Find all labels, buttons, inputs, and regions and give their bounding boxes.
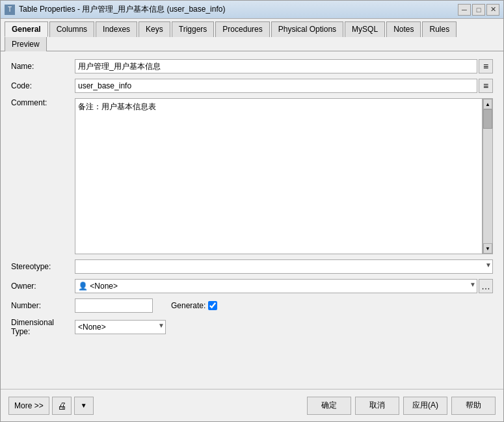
apply-button[interactable]: 应用(A) <box>403 397 447 415</box>
more-button[interactable]: More >> <box>8 397 49 415</box>
code-label: Code: <box>11 81 70 90</box>
minimize-button[interactable]: ─ <box>458 4 471 16</box>
generate-wrap: Generate: <box>171 301 217 310</box>
scroll-down-button[interactable]: ▼ <box>483 243 492 254</box>
maximize-button[interactable]: □ <box>472 4 485 16</box>
stereotype-select-wrap: ▼ <box>75 259 493 274</box>
footer-left: More >> 🖨 ▼ <box>8 397 94 415</box>
stereotype-label: Stereotype: <box>11 262 70 271</box>
tabs-container: General Columns Indexes Keys Triggers Pr… <box>1 19 503 51</box>
code-row: Code: ≡ <box>11 79 493 93</box>
cancel-button[interactable]: 取消 <box>355 397 399 415</box>
form-content: Name: ≡ Code: ≡ Comment: 备注：用户基本信息表 ▲ <box>1 51 503 389</box>
name-row: Name: ≡ <box>11 59 493 73</box>
tab-triggers[interactable]: Triggers <box>172 21 215 37</box>
title-bar: T Table Properties - 用户管理_用户基本信息 (user_b… <box>1 1 503 19</box>
owner-browse-button[interactable]: … <box>479 279 493 293</box>
help-button[interactable]: 帮助 <box>451 397 496 415</box>
name-label: Name: <box>11 62 70 71</box>
stereotype-select[interactable] <box>75 259 493 274</box>
dimtype-label: Dimensional Type: <box>11 318 70 336</box>
comment-label: Comment: <box>11 98 70 107</box>
comment-scrollbar[interactable]: ▲ ▼ <box>483 98 493 254</box>
tab-mysql[interactable]: MySQL <box>345 21 385 37</box>
owner-select[interactable]: 👤 <None> <box>75 279 477 293</box>
name-input[interactable] <box>75 59 477 73</box>
code-input[interactable] <box>75 79 477 93</box>
tab-preview[interactable]: Preview <box>5 36 47 51</box>
owner-select-wrap: 👤 <None> ▼ <box>75 279 477 293</box>
scroll-thumb[interactable] <box>483 109 492 129</box>
number-row: Number: Generate: <box>11 298 493 313</box>
comment-wrap: 备注：用户基本信息表 ▲ ▼ <box>75 98 493 254</box>
code-expand-button[interactable]: ≡ <box>479 79 493 93</box>
window-title: Table Properties - 用户管理_用户基本信息 (user_bas… <box>19 4 225 15</box>
owner-input-wrap: 👤 <None> ▼ … <box>75 279 493 293</box>
name-input-wrap: ≡ <box>75 59 493 73</box>
number-input[interactable] <box>75 298 153 313</box>
tab-indexes[interactable]: Indexes <box>96 21 137 37</box>
tab-rules[interactable]: Rules <box>422 21 457 37</box>
generate-checkbox[interactable] <box>208 301 217 310</box>
tab-procedures[interactable]: Procedures <box>215 21 269 37</box>
number-label: Number: <box>11 301 70 310</box>
tab-physical-options[interactable]: Physical Options <box>271 21 343 37</box>
dimtype-row: Dimensional Type: <None> ▼ <box>11 318 493 336</box>
code-input-wrap: ≡ <box>75 79 493 93</box>
tab-general[interactable]: General <box>5 21 48 37</box>
dimtype-select[interactable]: <None> <box>75 320 166 334</box>
generate-label: Generate: <box>171 301 206 310</box>
tab-notes[interactable]: Notes <box>386 21 421 37</box>
owner-row: Owner: 👤 <None> ▼ … <box>11 279 493 293</box>
ok-button[interactable]: 确定 <box>307 397 351 415</box>
print-dropdown-button[interactable]: ▼ <box>74 397 94 415</box>
tab-columns[interactable]: Columns <box>49 21 94 37</box>
owner-label: Owner: <box>11 282 70 291</box>
comment-row: Comment: 备注：用户基本信息表 ▲ ▼ <box>11 98 493 254</box>
name-expand-button[interactable]: ≡ <box>479 59 493 73</box>
stereotype-row: Stereotype: ▼ <box>11 259 493 274</box>
footer-right: 确定 取消 应用(A) 帮助 <box>307 397 496 415</box>
title-buttons: ─ □ ✕ <box>458 4 499 16</box>
print-icon: 🖨 <box>57 401 66 411</box>
scroll-up-button[interactable]: ▲ <box>483 99 492 109</box>
dimtype-select-wrap: <None> ▼ <box>75 320 166 334</box>
scroll-track[interactable] <box>483 109 492 243</box>
print-button[interactable]: 🖨 <box>52 397 72 415</box>
footer: More >> 🖨 ▼ 确定 取消 应用(A) 帮助 <box>1 389 503 421</box>
content-spacer <box>11 341 493 381</box>
comment-textarea[interactable]: 备注：用户基本信息表 <box>75 98 483 254</box>
title-bar-left: T Table Properties - 用户管理_用户基本信息 (user_b… <box>5 4 225 15</box>
tab-keys[interactable]: Keys <box>139 21 170 37</box>
window-icon: T <box>5 5 15 15</box>
more-label: More >> <box>14 401 44 410</box>
close-button[interactable]: ✕ <box>486 4 499 16</box>
main-window: T Table Properties - 用户管理_用户基本信息 (user_b… <box>0 0 504 422</box>
print-dropdown-arrow-icon: ▼ <box>81 402 87 409</box>
